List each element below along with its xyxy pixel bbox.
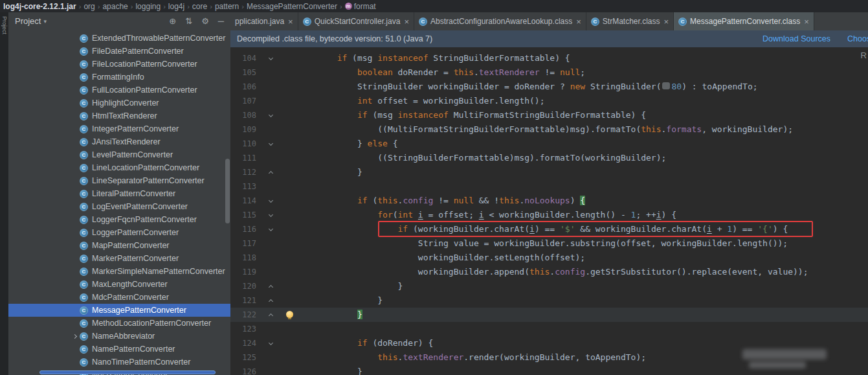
- tree-item[interactable]: CMarkerSimpleNamePatternConverter: [8, 265, 230, 278]
- tree-item[interactable]: CMapPatternConverter: [8, 239, 230, 252]
- tab-label: QuickStartController.java: [315, 17, 401, 26]
- code-line[interactable]: 119 workingBuilder.append(this.config.ge…: [230, 265, 868, 279]
- tree-item[interactable]: CLiteralPatternConverter: [8, 187, 230, 200]
- code-line[interactable]: 107 int offset = workingBuilder.length()…: [230, 94, 868, 108]
- code-line[interactable]: 124 if (doRender) {: [230, 336, 868, 350]
- breadcrumb-item[interactable]: log4j-core-2.12.1.jar: [2, 2, 78, 11]
- tree-item[interactable]: CMdcPatternConverter: [8, 291, 230, 304]
- fold-down-icon[interactable]: [256, 336, 285, 350]
- code-line[interactable]: 108 if (msg instanceof MultiFormatString…: [230, 108, 868, 122]
- tree-item[interactable]: CLoggerFqcnPatternConverter: [8, 213, 230, 226]
- breadcrumb-item[interactable]: pattern: [214, 2, 240, 11]
- close-icon[interactable]: ×: [576, 17, 581, 27]
- code-line[interactable]: 122 }: [230, 308, 868, 322]
- expand-chevron-icon[interactable]: [69, 335, 80, 338]
- code-token: }: [296, 295, 383, 305]
- tree-item[interactable]: CLogEventPatternConverter: [8, 200, 230, 213]
- code-line[interactable]: 105 boolean doRender = this.textRenderer…: [230, 65, 868, 80]
- intention-bulb-icon[interactable]: [285, 308, 296, 322]
- code-line[interactable]: 121 }: [230, 293, 868, 308]
- code-line[interactable]: 112 }: [230, 165, 868, 179]
- fold-up-icon[interactable]: [256, 165, 285, 179]
- code-line[interactable]: 114 if (this.config != null && !this.noL…: [230, 194, 868, 208]
- close-icon[interactable]: ×: [664, 17, 669, 27]
- code-line[interactable]: 109 ((MultiFormatStringBuilderFormattabl…: [230, 122, 868, 137]
- code-line[interactable]: 111 ((StringBuilderFormattable)msg).form…: [230, 151, 868, 165]
- code-token: boolean: [357, 67, 393, 77]
- tree-item[interactable]: CFormattingInfo: [8, 71, 230, 84]
- code-line[interactable]: 116 if (workingBuilder.charAt(i) == '$' …: [230, 222, 868, 236]
- horizontal-scrollbar-thumb[interactable]: [39, 370, 216, 374]
- code-line[interactable]: 104 if (msg instanceof StringBuilderForm…: [230, 51, 868, 65]
- code-line[interactable]: 117 String value = workingBuilder.substr…: [230, 236, 868, 251]
- download-sources-link[interactable]: Download Sources: [762, 34, 830, 43]
- fold-up-icon[interactable]: [256, 293, 285, 308]
- breadcrumb-item[interactable]: apache: [101, 2, 129, 11]
- tree-item[interactable]: CFileLocationPatternConverter: [8, 58, 230, 71]
- fold-down-icon[interactable]: [256, 222, 285, 236]
- tree-item[interactable]: CLineLocationPatternConverter: [8, 161, 230, 174]
- editor-tab[interactable]: CStrMatcher.class×: [586, 12, 674, 30]
- code-line[interactable]: 113: [230, 179, 868, 194]
- editor-tab[interactable]: CMessagePatternConverter.class×: [674, 12, 814, 30]
- fold-down-icon[interactable]: [256, 194, 285, 208]
- hide-panel-icon[interactable]: ─: [218, 16, 224, 26]
- editor-tab[interactable]: CAbstractConfigurationAwareLookup.class×: [414, 12, 586, 30]
- tree-item[interactable]: CNamePatternConverter: [8, 343, 230, 356]
- code-line[interactable]: 115 for(int i = offset; i < workingBuild…: [230, 208, 868, 222]
- fold-down-icon[interactable]: [256, 208, 285, 222]
- fold-up-icon[interactable]: [256, 279, 285, 293]
- locate-icon[interactable]: ⊕: [169, 16, 176, 26]
- tool-window-stripe[interactable]: Project: [0, 12, 8, 375]
- breadcrumb-item[interactable]: MessagePatternConverter: [245, 2, 339, 11]
- tree-item[interactable]: CJAnsiTextRenderer: [8, 135, 230, 148]
- settings-gear-icon[interactable]: ⚙: [201, 16, 209, 26]
- fold-down-icon[interactable]: [256, 137, 285, 151]
- breadcrumb-item[interactable]: log4j: [167, 2, 186, 11]
- tree-item[interactable]: CLineSeparatorPatternConverter: [8, 174, 230, 187]
- tree-item[interactable]: CLoggerPatternConverter: [8, 226, 230, 239]
- watermark-blur: [742, 349, 827, 359]
- code-line[interactable]: 110 } else {: [230, 137, 868, 151]
- fold-down-icon[interactable]: [256, 108, 285, 122]
- tree-item[interactable]: CMarkerPatternConverter: [8, 252, 230, 265]
- tree-item[interactable]: CIntegerPatternConverter: [8, 122, 230, 135]
- tree-item[interactable]: CFileDatePatternConverter: [8, 45, 230, 58]
- project-panel-title[interactable]: Project: [15, 16, 41, 26]
- code-token: ): [570, 196, 581, 205]
- tree-item[interactable]: CExtendedThrowablePatternConverter: [8, 32, 230, 45]
- tree-item-label: MarkerSimpleNamePatternConverter: [92, 267, 225, 276]
- fold-up-icon[interactable]: [256, 308, 285, 322]
- tree-item[interactable]: CNameAbbreviator: [8, 330, 230, 343]
- fold-down-icon[interactable]: [256, 51, 285, 65]
- code-editor[interactable]: 104 if (msg instanceof StringBuilderForm…: [230, 47, 868, 375]
- close-icon[interactable]: ×: [288, 17, 293, 27]
- chevron-down-icon[interactable]: ▾: [43, 18, 47, 25]
- tree-item[interactable]: CMaxLengthConverter: [8, 278, 230, 291]
- tree-item[interactable]: CMessagePatternConverter: [8, 304, 230, 317]
- editor-tab[interactable]: CQuickStartController.java×: [298, 12, 414, 30]
- tree-item[interactable]: CLevelPatternConverter: [8, 148, 230, 161]
- code-line[interactable]: 118 workingBuilder.setLength(offset);: [230, 251, 868, 265]
- code-line[interactable]: 106 StringBuilder workingBuilder = doRen…: [230, 80, 868, 94]
- tree-item[interactable]: CHtmlTextRenderer: [8, 109, 230, 122]
- code-token: textRenderer: [403, 352, 463, 362]
- breadcrumb-item[interactable]: mformat: [344, 2, 377, 11]
- close-icon[interactable]: ×: [404, 17, 409, 27]
- breadcrumb-item[interactable]: org: [82, 2, 96, 11]
- close-icon[interactable]: ×: [804, 17, 809, 27]
- stripe-label[interactable]: Project: [1, 16, 8, 34]
- code-line[interactable]: 123: [230, 322, 868, 336]
- breadcrumb-item[interactable]: logging: [134, 2, 162, 11]
- code-line[interactable]: 120 }: [230, 279, 868, 293]
- tree-item[interactable]: CMethodLocationPatternConverter: [8, 317, 230, 330]
- editor-tab[interactable]: pplication.java×: [230, 12, 298, 30]
- tree-item[interactable]: CNanoTimePatternConverter: [8, 356, 230, 369]
- vertical-scrollbar-thumb[interactable]: [225, 159, 230, 223]
- choose-sources-link[interactable]: Choose Sources: [847, 34, 868, 43]
- tree-item[interactable]: CHighlightConverter: [8, 97, 230, 109]
- lightbulb-icon[interactable]: [286, 311, 293, 318]
- collapse-all-icon[interactable]: ⇅: [185, 16, 192, 26]
- breadcrumb-item[interactable]: core: [191, 2, 208, 11]
- tree-item[interactable]: CFullLocationPatternConverter: [8, 84, 230, 97]
